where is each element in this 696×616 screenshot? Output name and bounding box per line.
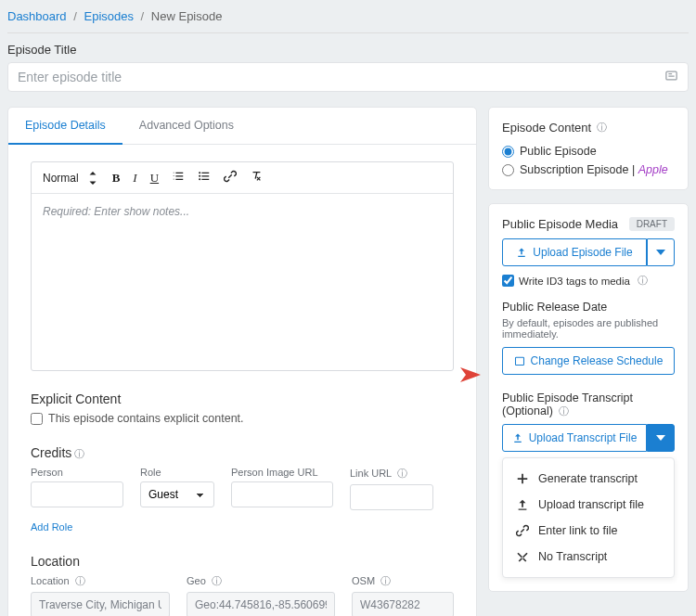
tab-episode-details[interactable]: Episode Details bbox=[8, 108, 122, 145]
draft-badge: DRAFT bbox=[629, 217, 675, 231]
info-icon[interactable]: ⓘ bbox=[638, 274, 648, 288]
location-heading: Location bbox=[31, 554, 454, 569]
info-icon[interactable]: ⓘ bbox=[559, 405, 569, 417]
svg-rect-4 bbox=[515, 357, 523, 365]
info-icon[interactable]: ⓘ bbox=[397, 468, 407, 479]
info-icon[interactable]: ⓘ bbox=[594, 121, 607, 135]
upload-episode-caret[interactable] bbox=[647, 238, 675, 266]
info-icon[interactable]: ⓘ bbox=[75, 575, 85, 586]
info-icon[interactable]: ⓘ bbox=[212, 575, 222, 586]
subscription-episode-radio-row[interactable]: Subscription Episode | Apple bbox=[489, 160, 688, 189]
svg-point-3 bbox=[199, 178, 200, 180]
underline-button[interactable]: U bbox=[150, 171, 159, 186]
crumb-dashboard[interactable]: Dashboard bbox=[7, 9, 67, 23]
geo-input[interactable] bbox=[187, 592, 335, 616]
transcript-dropdown: Generate transcript Upload transcript fi… bbox=[502, 457, 675, 578]
dd-no-transcript[interactable]: No Transcript bbox=[503, 544, 674, 570]
dd-generate-transcript[interactable]: Generate transcript bbox=[503, 466, 674, 492]
explicit-checkbox[interactable] bbox=[31, 413, 43, 425]
bold-button[interactable]: B bbox=[112, 171, 121, 186]
crumb-episodes[interactable]: Episodes bbox=[84, 9, 133, 23]
person-image-label: Person Image URL bbox=[231, 467, 333, 478]
dd-upload-transcript[interactable]: Upload transcript file bbox=[503, 492, 674, 518]
location-label: Location ⓘ bbox=[31, 574, 170, 588]
link-url-label: Link URL ⓘ bbox=[350, 467, 433, 481]
svg-point-2 bbox=[199, 175, 200, 177]
id3-checkbox-row[interactable]: Write ID3 tags to media ⓘ bbox=[502, 274, 675, 288]
link-url-input[interactable] bbox=[350, 484, 433, 510]
location-input[interactable] bbox=[31, 592, 170, 616]
release-note: By default, episodes are published immed… bbox=[502, 317, 675, 340]
person-input[interactable] bbox=[31, 481, 123, 507]
unordered-list-button[interactable] bbox=[198, 170, 211, 186]
public-episode-radio-row[interactable]: Public Episode bbox=[489, 142, 688, 160]
dd-enter-link[interactable]: Enter link to file bbox=[503, 518, 674, 544]
person-label: Person bbox=[31, 467, 123, 478]
ordered-list-button[interactable] bbox=[172, 170, 185, 186]
upload-transcript-caret[interactable] bbox=[647, 424, 675, 452]
osm-input[interactable] bbox=[352, 592, 454, 616]
upload-episode-button[interactable]: Upload Episode File bbox=[502, 238, 647, 266]
annotation-arrow bbox=[385, 364, 487, 386]
episode-title-input[interactable] bbox=[18, 70, 664, 84]
tab-advanced-options[interactable]: Advanced Options bbox=[122, 108, 251, 144]
public-episode-radio[interactable] bbox=[502, 146, 514, 158]
link-button[interactable] bbox=[224, 170, 237, 186]
style-dropdown[interactable]: Normal bbox=[43, 172, 99, 185]
credits-heading: Creditsⓘ bbox=[31, 445, 454, 461]
show-notes-editor[interactable]: Required: Enter show notes... bbox=[32, 194, 453, 370]
explicit-heading: Explicit Content bbox=[31, 391, 454, 406]
change-release-button[interactable]: Change Release Schedule bbox=[502, 347, 675, 375]
episode-content-heading: Episode Content ⓘ bbox=[489, 108, 688, 142]
add-role-link[interactable]: Add Role bbox=[31, 521, 72, 533]
title-label: Episode Title bbox=[7, 43, 689, 57]
subscription-episode-radio[interactable] bbox=[502, 164, 514, 176]
id3-checkbox[interactable] bbox=[502, 275, 514, 287]
geo-label: Geo ⓘ bbox=[187, 574, 335, 588]
breadcrumb: Dashboard / Episodes / New Episode bbox=[7, 7, 689, 32]
role-select[interactable]: Guest bbox=[140, 481, 214, 507]
upload-transcript-button[interactable]: Upload Transcript File bbox=[502, 424, 647, 452]
clear-format-button[interactable] bbox=[250, 170, 263, 186]
italic-button[interactable]: I bbox=[133, 171, 136, 186]
release-date-heading: Public Release Date bbox=[502, 301, 675, 314]
card-icon[interactable] bbox=[664, 69, 678, 85]
public-media-heading: Public Episode Media DRAFT bbox=[489, 204, 688, 238]
transcript-heading: Public Episode Transcript (Optional) ⓘ bbox=[502, 391, 675, 418]
person-image-input[interactable] bbox=[231, 481, 333, 507]
osm-label: OSM ⓘ bbox=[352, 574, 454, 588]
svg-point-1 bbox=[199, 172, 200, 173]
explicit-checkbox-row[interactable]: This episode contains explicit content. bbox=[31, 412, 454, 425]
role-label: Role bbox=[140, 467, 214, 478]
info-icon[interactable]: ⓘ bbox=[380, 575, 391, 586]
info-icon[interactable]: ⓘ bbox=[74, 448, 84, 459]
crumb-current: New Episode bbox=[151, 9, 223, 23]
